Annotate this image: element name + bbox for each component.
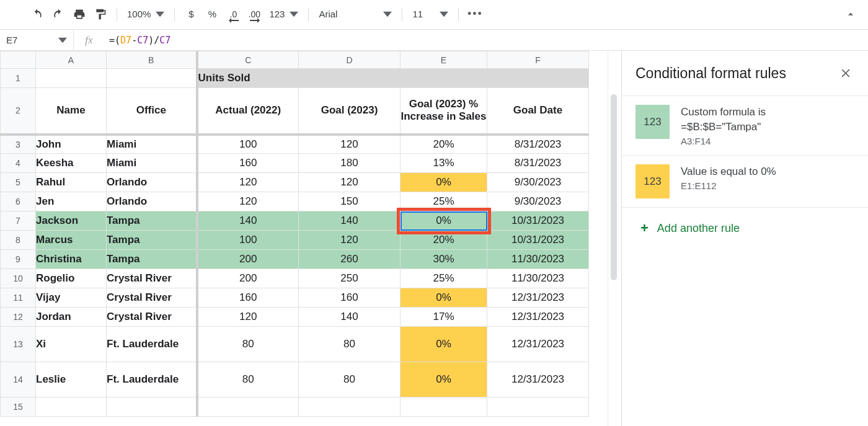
select-all-corner[interactable] xyxy=(1,51,36,69)
cell-F3[interactable]: 8/31/2023 xyxy=(487,135,589,154)
cell-F6[interactable]: 9/30/2023 xyxy=(487,192,589,211)
row-header-9[interactable]: 9 xyxy=(1,250,36,269)
cell-A11[interactable]: Vijay xyxy=(36,288,107,308)
more-tools-button[interactable]: ••• xyxy=(465,5,485,24)
cell-E8[interactable]: 20% xyxy=(401,231,487,250)
cell-D3[interactable]: 120 xyxy=(299,135,401,154)
undo-button[interactable] xyxy=(27,5,47,24)
cell-F10[interactable]: 11/30/2023 xyxy=(487,269,589,288)
header-name[interactable]: Name xyxy=(36,88,107,135)
cell-D9[interactable]: 260 xyxy=(299,250,401,269)
cell-B10[interactable]: Crystal River xyxy=(107,269,197,288)
format-currency-button[interactable]: $ xyxy=(181,5,201,24)
row-header-5[interactable]: 5 xyxy=(1,173,36,192)
cell-D10[interactable]: 250 xyxy=(299,269,401,288)
row-header-1[interactable]: 1 xyxy=(1,69,36,88)
cell-E14[interactable]: 0% xyxy=(401,362,487,397)
cell-D7[interactable]: 140 xyxy=(299,211,401,231)
cell-B3[interactable]: Miami xyxy=(107,135,197,154)
row-header-14[interactable]: 14 xyxy=(1,362,36,397)
cell-C10[interactable]: 200 xyxy=(197,269,299,288)
header-actual[interactable]: Actual (2022) xyxy=(197,88,299,135)
format-percent-button[interactable]: % xyxy=(202,5,222,24)
cell-B12[interactable]: Crystal River xyxy=(107,308,197,327)
row-header-15[interactable]: 15 xyxy=(1,397,36,417)
cell-F9[interactable]: 11/30/2023 xyxy=(487,250,589,269)
cell-F13[interactable]: 12/31/2023 xyxy=(487,327,589,362)
cell-D8[interactable]: 120 xyxy=(299,231,401,250)
cell-C8[interactable]: 100 xyxy=(197,231,299,250)
row-header-7[interactable]: 7 xyxy=(1,211,36,231)
cell-B11[interactable]: Crystal River xyxy=(107,288,197,308)
cell-B9[interactable]: Tampa xyxy=(107,250,197,269)
cell-A15[interactable] xyxy=(36,397,107,417)
cell-E4[interactable]: 13% xyxy=(401,154,487,173)
cell-B4[interactable]: Miami xyxy=(107,154,197,173)
row-header-12[interactable]: 12 xyxy=(1,308,36,327)
cell-B8[interactable]: Tampa xyxy=(107,231,197,250)
add-rule-button[interactable]: + Add another rule xyxy=(622,207,868,249)
cell-A13[interactable]: Xi xyxy=(36,327,107,362)
increase-decimal-button[interactable]: .00 xyxy=(244,5,264,24)
font-select[interactable]: Arial xyxy=(315,5,396,24)
zoom-select[interactable]: 100% xyxy=(123,5,168,24)
cell-C4[interactable]: 160 xyxy=(197,154,299,173)
cell-E13[interactable]: 0% xyxy=(401,327,487,362)
cell-D5[interactable]: 120 xyxy=(299,173,401,192)
cell-C3[interactable]: 100 xyxy=(197,135,299,154)
cell-D12[interactable]: 140 xyxy=(299,308,401,327)
cell-F15[interactable] xyxy=(487,397,589,417)
cell-D15[interactable] xyxy=(299,397,401,417)
header-goal[interactable]: Goal (2023) xyxy=(299,88,401,135)
decrease-decimal-button[interactable]: .0 xyxy=(223,5,243,24)
header-increase[interactable]: Goal (2023) % Increase in Sales xyxy=(401,88,487,135)
collapse-toolbar-button[interactable] xyxy=(841,5,861,24)
row-header-4[interactable]: 4 xyxy=(1,154,36,173)
header-office[interactable]: Office xyxy=(107,88,197,135)
cell-A8[interactable]: Marcus xyxy=(36,231,107,250)
cell-F14[interactable]: 12/31/2023 xyxy=(487,362,589,397)
format-rule-1[interactable]: 123Value is equal to 0%E1:E112 xyxy=(622,155,868,207)
row-header-3[interactable]: 3 xyxy=(1,135,36,154)
cell-A5[interactable]: Rahul xyxy=(36,173,107,192)
cell-C6[interactable]: 120 xyxy=(197,192,299,211)
cell-F8[interactable]: 10/31/2023 xyxy=(487,231,589,250)
cell-A9[interactable]: Christina xyxy=(36,250,107,269)
number-format-select[interactable]: 123 xyxy=(265,5,302,24)
cell-D4[interactable]: 180 xyxy=(299,154,401,173)
col-header-E[interactable]: E xyxy=(401,51,487,69)
cell-E15[interactable] xyxy=(401,397,487,417)
name-box[interactable]: E7 xyxy=(0,30,73,50)
close-panel-button[interactable] xyxy=(837,64,854,82)
cell-B5[interactable]: Orlando xyxy=(107,173,197,192)
cell-E5[interactable]: 0% xyxy=(401,173,487,192)
cell-F11[interactable]: 12/31/2023 xyxy=(487,288,589,308)
header-date[interactable]: Goal Date xyxy=(487,88,589,135)
cell-F7[interactable]: 10/31/2023 xyxy=(487,211,589,231)
format-rule-0[interactable]: 123Custom formula is=$B:$B="Tampa"A3:F14 xyxy=(622,95,868,155)
spreadsheet-grid[interactable]: ABCDEF1Units Sold2NameOfficeActual (2022… xyxy=(0,51,608,426)
paint-format-button[interactable] xyxy=(91,5,110,24)
cell-A6[interactable]: Jen xyxy=(36,192,107,211)
row-header-8[interactable]: 8 xyxy=(1,231,36,250)
cell-D11[interactable]: 160 xyxy=(299,288,401,308)
col-header-F[interactable]: F xyxy=(487,51,589,69)
cell-E6[interactable]: 25% xyxy=(401,192,487,211)
cell-F4[interactable]: 8/31/2023 xyxy=(487,154,589,173)
redo-button[interactable] xyxy=(48,5,68,24)
cell-B13[interactable]: Ft. Lauderdale xyxy=(107,327,197,362)
row-header-13[interactable]: 13 xyxy=(1,327,36,362)
cell-B15[interactable] xyxy=(107,397,197,417)
cell-A4[interactable]: Keesha xyxy=(36,154,107,173)
font-size-select[interactable]: 11 xyxy=(409,5,452,24)
cell-A7[interactable]: Jackson xyxy=(36,211,107,231)
row-header-10[interactable]: 10 xyxy=(1,269,36,288)
col-header-A[interactable]: A xyxy=(36,51,107,69)
scrollbar-thumb[interactable] xyxy=(611,94,617,280)
cell-E10[interactable]: 25% xyxy=(401,269,487,288)
cell-C15[interactable] xyxy=(197,397,299,417)
col-header-B[interactable]: B xyxy=(107,51,197,69)
cell-A3[interactable]: John xyxy=(36,135,107,154)
cell-D13[interactable]: 80 xyxy=(299,327,401,362)
row-header-2[interactable]: 2 xyxy=(1,88,36,135)
